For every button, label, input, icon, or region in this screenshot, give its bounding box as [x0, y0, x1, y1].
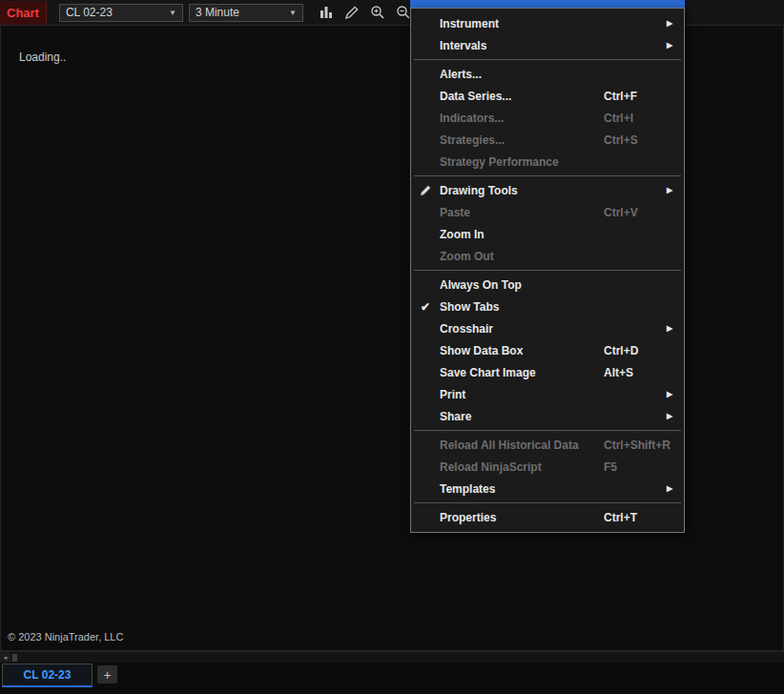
menu-item-shortcut: Ctrl+D [604, 344, 667, 357]
pencil-icon [411, 183, 440, 197]
menu-item-shortcut: F5 [604, 460, 667, 474]
drawing-tools-icon[interactable] [344, 5, 360, 20]
menu-item-label: Show Data Box [440, 344, 604, 357]
menu-item-label: Data Series... [440, 90, 604, 103]
menu-item-show-tabs[interactable]: ✔Show Tabs [411, 296, 684, 317]
menu-item-label: Zoom In [440, 228, 604, 241]
menu-item-indicators: Indicators...Ctrl+I [411, 107, 684, 129]
menu-separator [414, 270, 681, 271]
add-tab-button[interactable]: + [97, 665, 117, 684]
menu-item-templates[interactable]: Templates▶ [411, 478, 684, 500]
chevron-down-icon: ▼ [169, 9, 176, 17]
menu-item-zoom-out: Zoom Out [411, 245, 684, 267]
submenu-arrow-icon: ▶ [667, 41, 684, 50]
instrument-value: CL 02-23 [66, 6, 165, 19]
tab-label: CL 02-23 [24, 668, 72, 682]
menu-item-always-on-top[interactable]: Always On Top [411, 274, 684, 296]
menu-item-alerts[interactable]: Alerts... [411, 63, 684, 85]
menu-item-label: Show Tabs [440, 300, 604, 314]
menu-item-label: Share [440, 410, 604, 423]
menu-separator [414, 430, 681, 431]
menu-item-reload-ninjascript: Reload NinjaScriptF5 [411, 456, 684, 478]
interval-value: 3 Minute [196, 6, 285, 19]
chart-style-icon[interactable] [319, 5, 334, 20]
menu-separator [414, 175, 681, 176]
checkmark-icon: ✔ [411, 301, 440, 313]
instrument-dropdown[interactable]: CL 02-23 ▼ [59, 4, 183, 22]
submenu-arrow-icon: ▶ [667, 19, 684, 28]
tab-bar: CL 02-23 + [0, 663, 784, 694]
menu-item-properties[interactable]: PropertiesCtrl+T [411, 506, 684, 528]
menu-item-label: Properties [440, 511, 604, 524]
menu-item-label: Drawing Tools [440, 184, 604, 197]
menu-item-instrument[interactable]: Instrument▶ [411, 12, 684, 34]
scrollbar-thumb[interactable] [12, 654, 17, 662]
submenu-arrow-icon: ▶ [667, 412, 684, 420]
menu-item-label: Paste [440, 206, 604, 219]
horizontal-scrollbar[interactable]: ◂ [0, 651, 784, 663]
submenu-arrow-icon: ▶ [667, 484, 684, 493]
menu-item-intervals[interactable]: Intervals▶ [411, 34, 684, 56]
menu-item-reload-all-historical-data: Reload All Historical DataCtrl+Shift+R [411, 434, 684, 456]
menu-item-zoom-in[interactable]: Zoom In [411, 223, 684, 245]
loading-text: Loading.. [19, 51, 66, 64]
menu-item-shortcut: Ctrl+V [604, 206, 667, 219]
menu-item-paste: PasteCtrl+V [411, 201, 684, 223]
menu-item-shortcut: Ctrl+I [604, 112, 667, 125]
chevron-down-icon: ▼ [289, 9, 297, 17]
submenu-arrow-icon: ▶ [667, 390, 684, 398]
menu-item-label: Instrument [440, 17, 604, 31]
submenu-arrow-icon: ▶ [667, 186, 684, 194]
menu-item-shortcut: Ctrl+F [604, 90, 667, 103]
menu-item-label: Strategies... [440, 133, 604, 147]
menu-item-label: Templates [440, 482, 604, 496]
menu-item-shortcut: Alt+S [604, 366, 667, 379]
menu-item-print[interactable]: Print▶ [411, 383, 684, 405]
menu-item-crosshair[interactable]: Crosshair▶ [411, 317, 684, 339]
menu-item-drawing-tools[interactable]: Drawing Tools▶ [411, 179, 684, 201]
menu-item-label: Save Chart Image [440, 366, 604, 379]
copyright-text: © 2023 NinjaTrader, LLC [8, 631, 123, 643]
menu-separator [414, 502, 681, 503]
zoom-in-icon[interactable] [370, 5, 385, 20]
chart-context-menu: Instrument▶Intervals▶Alerts...Data Serie… [410, 8, 685, 533]
menu-item-label: Crosshair [440, 322, 604, 336]
submenu-arrow-icon: ▶ [667, 324, 684, 333]
menu-item-label: Always On Top [440, 278, 604, 292]
menu-item-strategies: Strategies...Ctrl+S [411, 129, 684, 151]
toolbar-icons [319, 5, 422, 20]
zoom-out-icon[interactable] [396, 5, 411, 20]
tab-cl-02-23[interactable]: CL 02-23 [2, 663, 93, 687]
menu-item-save-chart-image[interactable]: Save Chart ImageAlt+S [411, 361, 684, 383]
menu-item-show-data-box[interactable]: Show Data BoxCtrl+D [411, 339, 684, 361]
menu-item-shortcut: Ctrl+S [604, 133, 667, 147]
menu-item-label: Zoom Out [440, 250, 604, 263]
menu-item-shortcut: Ctrl+T [604, 511, 667, 524]
menu-item-label: Intervals [440, 39, 604, 52]
menu-item-strategy-performance: Strategy Performance [411, 151, 684, 173]
menu-item-label: Indicators... [440, 112, 604, 125]
menu-item-label: Reload NinjaScript [440, 460, 604, 474]
menu-item-label: Alerts... [440, 68, 604, 81]
menu-item-data-series[interactable]: Data Series...Ctrl+F [411, 85, 684, 107]
menu-separator [414, 59, 681, 60]
scroll-left-button[interactable]: ◂ [0, 653, 10, 663]
menu-item-shortcut: Ctrl+Shift+R [604, 439, 671, 452]
window-top-accent [410, 0, 685, 8]
menu-item-label: Reload All Historical Data [440, 439, 604, 452]
menu-item-label: Strategy Performance [440, 155, 604, 169]
chart-window-label[interactable]: Chart [0, 1, 47, 25]
menu-item-share[interactable]: Share▶ [411, 405, 684, 427]
interval-dropdown[interactable]: 3 Minute ▼ [189, 4, 303, 22]
menu-item-label: Print [440, 388, 604, 401]
